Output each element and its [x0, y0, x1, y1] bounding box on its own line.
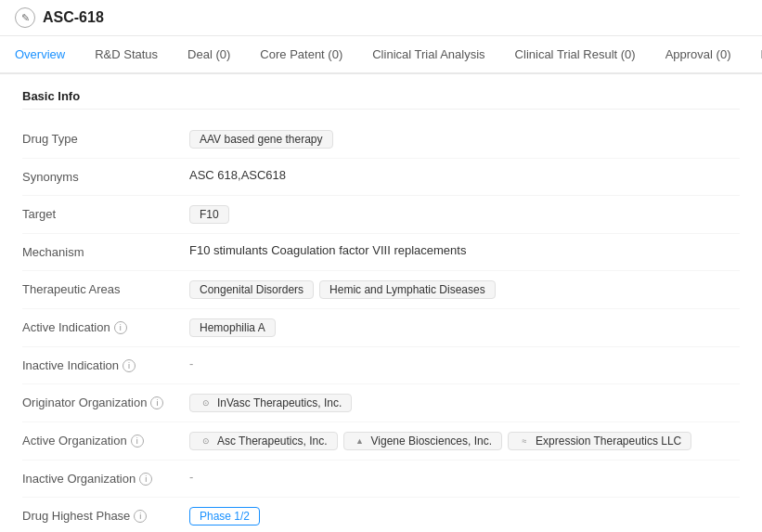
therapeutic-tag-hemic: Hemic and Lymphatic Diseases: [319, 280, 496, 299]
drug-highest-phase-row: Drug Highest Phase i Phase 1/2: [22, 498, 740, 532]
synonyms-label: Synonyms: [22, 168, 189, 184]
active-org-label: Active Organization i: [22, 432, 189, 448]
synonyms-value: ASC 618,ASC618: [189, 168, 740, 182]
tab-clinical-trial-result[interactable]: Clinical Trial Result (0): [500, 36, 651, 74]
active-org-tag-2: ≈ Expression Therapeutics LLC: [508, 432, 691, 450]
active-indication-info-icon[interactable]: i: [114, 321, 127, 334]
mechanism-text: F10 stimulants Coagulation factor VIII r…: [189, 243, 466, 257]
tab-overview[interactable]: Overview: [0, 36, 80, 74]
drug-highest-phase-tag: Phase 1/2: [189, 507, 260, 526]
active-org-icon-1: ▲: [354, 435, 367, 448]
originator-org-row: Originator Organization i ⊙ InVasc Thera…: [22, 384, 740, 422]
therapeutic-areas-value: Congenital Disorders Hemic and Lymphatic…: [189, 280, 740, 299]
tab-core-patent[interactable]: Core Patent (0): [245, 36, 357, 74]
page-header: ✎ ASC-618: [0, 0, 762, 36]
tab-clinical-trial-analysis[interactable]: Clinical Trial Analysis: [357, 36, 499, 74]
originator-org-info-icon[interactable]: i: [150, 396, 163, 409]
target-label: Target: [22, 205, 189, 221]
tab-approval[interactable]: Approval (0): [651, 36, 746, 74]
originator-org-name: InVasc Therapeutics, Inc.: [217, 396, 342, 409]
inactive-org-dash: -: [189, 470, 193, 484]
mechanism-label: Mechanism: [22, 243, 189, 259]
target-row: Target F10: [22, 196, 740, 234]
active-indication-label: Active Indication i: [22, 318, 189, 334]
active-indication-tag: Hemophilia A: [189, 318, 276, 337]
tab-rd-status[interactable]: R&D Status: [80, 36, 173, 74]
therapeutic-areas-label: Therapeutic Areas: [22, 280, 189, 296]
originator-org-value: ⊙ InVasc Therapeutics, Inc.: [189, 394, 740, 412]
inactive-org-value: -: [189, 470, 740, 484]
therapeutic-tag-congenital: Congenital Disorders: [189, 280, 314, 299]
tab-deal[interactable]: Deal (0): [173, 36, 245, 74]
drug-highest-phase-label: Drug Highest Phase i: [22, 507, 189, 523]
active-indication-row: Active Indication i Hemophilia A: [22, 309, 740, 347]
active-org-info-icon[interactable]: i: [131, 435, 144, 448]
inactive-org-info-icon[interactable]: i: [139, 473, 152, 486]
tab-regulation[interactable]: Regulation: [745, 36, 762, 74]
nav-tabs: Overview R&D Status Deal (0) Core Patent…: [0, 36, 762, 74]
target-value: F10: [189, 205, 740, 224]
inactive-indication-value: -: [189, 357, 740, 370]
synonyms-text: ASC 618,ASC618: [189, 168, 286, 182]
originator-org-label: Originator Organization i: [22, 394, 189, 409]
drug-type-tag: AAV based gene therapy: [189, 130, 333, 149]
active-org-tag-1: ▲ Vigene Biosciences, Inc.: [343, 432, 503, 450]
inactive-org-row: Inactive Organization i -: [22, 461, 740, 498]
inactive-indication-info-icon[interactable]: i: [123, 359, 136, 372]
mechanism-value: F10 stimulants Coagulation factor VIII r…: [189, 243, 740, 257]
content-area: Basic Info Drug Type AAV based gene ther…: [0, 74, 762, 532]
active-org-value: ⊙ Asc Therapeutics, Inc. ▲ Vigene Biosci…: [189, 432, 740, 450]
active-org-tag-0: ⊙ Asc Therapeutics, Inc.: [189, 432, 338, 450]
active-org-name-2: Expression Therapeutics LLC: [536, 435, 681, 448]
inactive-indication-dash: -: [189, 357, 193, 370]
drug-type-row: Drug Type AAV based gene therapy: [22, 121, 740, 159]
active-org-name-0: Asc Therapeutics, Inc.: [217, 435, 328, 448]
synonyms-row: Synonyms ASC 618,ASC618: [22, 159, 740, 196]
inactive-indication-row: Inactive Indication i -: [22, 347, 740, 384]
drug-type-label: Drug Type: [22, 130, 189, 146]
active-org-name-1: Vigene Biosciences, Inc.: [371, 435, 493, 448]
page-title: ASC-618: [43, 9, 104, 26]
inactive-org-label: Inactive Organization i: [22, 470, 189, 486]
drug-highest-phase-value: Phase 1/2: [189, 507, 740, 526]
target-tag[interactable]: F10: [189, 205, 229, 224]
inactive-indication-label: Inactive Indication i: [22, 357, 189, 372]
originator-org-tag: ⊙ InVasc Therapeutics, Inc.: [189, 394, 352, 412]
section-title: Basic Info: [22, 89, 740, 110]
active-org-icon-0: ⊙: [200, 435, 213, 448]
active-org-row: Active Organization i ⊙ Asc Therapeutics…: [22, 422, 740, 461]
mechanism-row: Mechanism F10 stimulants Coagulation fac…: [22, 234, 740, 271]
active-org-icon-2: ≈: [518, 435, 531, 448]
drug-type-value: AAV based gene therapy: [189, 130, 740, 149]
therapeutic-areas-row: Therapeutic Areas Congenital Disorders H…: [22, 271, 740, 309]
drug-highest-phase-info-icon[interactable]: i: [134, 510, 147, 523]
originator-org-icon: ⊙: [200, 396, 213, 409]
edit-icon: ✎: [15, 7, 35, 28]
active-indication-value: Hemophilia A: [189, 318, 740, 337]
